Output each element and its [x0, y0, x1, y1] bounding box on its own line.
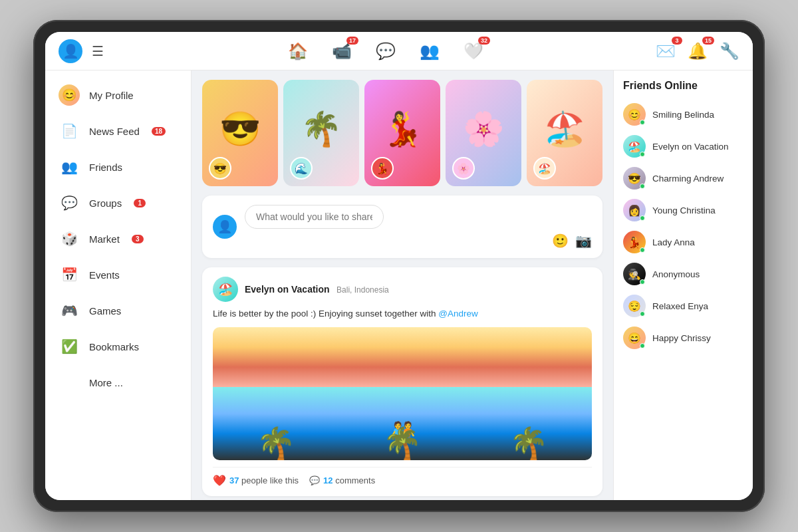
story-avatar-2: 🌊 [290, 157, 313, 180]
sidebar-label-more: More ... [89, 377, 123, 388]
palm-1: 🌴 [256, 428, 296, 460]
sidebar: 😊 My Profile 📄 News Feed 18 👥 Friends 💬 … [45, 70, 192, 500]
friend-name-2: Charming Andrew [652, 174, 724, 184]
friend-avatar-7: 😄 [623, 327, 646, 349]
like-count-1: 37 people like this [229, 475, 299, 485]
post-author-info-1: Evelyn on Vacation Bali, Indonesia [245, 283, 389, 295]
market-badge: 3 [132, 235, 144, 243]
bookmarks-icon: ✅ [59, 336, 80, 357]
camera-button[interactable]: 📷 [575, 233, 592, 249]
bell-nav-button[interactable]: 🔔 15 [688, 42, 708, 61]
friend-avatar-5: 🕵️ [623, 263, 646, 285]
sidebar-label-groups: Groups [89, 198, 122, 209]
online-dot-6 [640, 311, 645, 317]
stories-row: 😎 😎 🌴 🌊 💃 💃 🌸 🌸 [202, 80, 602, 186]
story-card-4[interactable]: 🌸 🌸 [446, 80, 521, 186]
friend-name-7: Happy Chrissy [652, 333, 711, 343]
video-nav-button[interactable]: 📹 17 [332, 42, 352, 61]
post-author-avatar-1: 🏖️ [213, 277, 238, 302]
sidebar-label-market: Market [89, 233, 120, 245]
compose-input[interactable] [245, 205, 384, 229]
sidebar-item-groups[interactable]: 💬 Groups 1 [45, 185, 191, 221]
friend-item-6[interactable]: 😌 Relaxed Enya [614, 290, 753, 322]
palm-2: 🌴 [382, 428, 422, 460]
friends-online-title: Friends Online [614, 80, 753, 98]
groups-icon: 💬 [59, 192, 80, 213]
online-dot-7 [640, 343, 645, 348]
sidebar-item-friends[interactable]: 👥 Friends [45, 149, 191, 185]
market-icon: 🎲 [59, 228, 80, 249]
sidebar-item-events[interactable]: 📅 Events [45, 257, 191, 293]
post-location-1: Bali, Indonesia [336, 285, 389, 295]
friend-avatar-6: 😌 [623, 295, 646, 317]
friend-avatar-4: 💃 [623, 231, 646, 253]
online-dot-4 [640, 247, 645, 253]
palm-3: 🌴 [509, 428, 549, 460]
sidebar-item-more[interactable]: More ... [45, 364, 191, 400]
hamburger-menu[interactable]: ☰ [92, 43, 104, 59]
friend-item-1[interactable]: 🏖️ Evelyn on Vacation [614, 130, 753, 162]
post-footer-1: ❤️ 37 people like this 💬 12 comments [213, 467, 592, 487]
story-card-1[interactable]: 😎 😎 [202, 80, 278, 186]
post-author-name-1: Evelyn on Vacation [245, 284, 330, 295]
people-nav-button[interactable]: 👥 [420, 42, 440, 61]
sidebar-item-news-feed[interactable]: 📄 News Feed 18 [45, 113, 191, 149]
settings-nav-button[interactable]: 🔧 [720, 42, 739, 61]
video-badge: 17 [346, 37, 358, 45]
friend-item-3[interactable]: 👩 Young Christina [614, 194, 753, 226]
compose-avatar: 👤 [213, 215, 237, 239]
emoji-button[interactable]: 🙂 [552, 233, 569, 249]
story-card-3[interactable]: 💃 💃 [364, 80, 440, 186]
tablet-frame: 👤 ☰ 🏠 📹 17 💬 👥 🤍 32 [33, 20, 765, 512]
online-dot-2 [640, 184, 645, 189]
top-navigation: 👤 ☰ 🏠 📹 17 💬 👥 🤍 32 [45, 32, 753, 70]
main-layout: 😊 My Profile 📄 News Feed 18 👥 Friends 💬 … [45, 70, 753, 500]
user-avatar[interactable]: 👤 [59, 39, 82, 63]
nav-left: 👤 ☰ [59, 39, 112, 63]
sidebar-label-bookmarks: Bookmarks [89, 341, 139, 352]
feed: 😎 😎 🌴 🌊 💃 💃 🌸 🌸 [192, 70, 613, 500]
nav-center: 🏠 📹 17 💬 👥 🤍 32 [112, 42, 660, 61]
bell-badge: 15 [702, 37, 714, 45]
story-avatar-3: 💃 [371, 157, 394, 180]
comment-count-1: 12 comments [323, 475, 375, 485]
online-dot-5 [640, 279, 645, 285]
friend-name-1: Evelyn on Vacation [652, 142, 729, 152]
story-card-2[interactable]: 🌴 🌊 [283, 80, 359, 186]
online-dot-1 [640, 152, 645, 157]
nav-right: ✉️ 3 🔔 15 🔧 [660, 42, 739, 61]
friend-item-2[interactable]: 😎 Charming Andrew [614, 162, 753, 194]
friend-item-7[interactable]: 😄 Happy Chrissy [614, 322, 753, 354]
story-card-5[interactable]: 🏖️ 🏖️ [527, 80, 602, 186]
post-mention-1[interactable]: @Andrew [438, 309, 477, 319]
right-panel: Friends Online 😊 Smiling Belinda 🏖️ Evel… [613, 70, 753, 500]
comment-icon-1: 💬 [309, 475, 320, 485]
friend-avatar-3: 👩 [623, 199, 646, 221]
news-feed-icon: 📄 [59, 120, 80, 142]
friend-item-0[interactable]: 😊 Smiling Belinda [614, 98, 753, 130]
online-dot-3 [640, 215, 645, 221]
tablet-screen: 👤 ☰ 🏠 📹 17 💬 👥 🤍 32 [45, 32, 753, 500]
sidebar-item-my-profile[interactable]: 😊 My Profile [45, 77, 191, 113]
post-card-evelyn: 🏖️ Evelyn on Vacation Bali, Indonesia Li… [202, 267, 602, 496]
post-header-1: 🏖️ Evelyn on Vacation Bali, Indonesia [213, 277, 592, 302]
post-like-action-1[interactable]: ❤️ 37 people like this [213, 474, 299, 487]
events-icon: 📅 [59, 264, 80, 285]
games-icon: 🎮 [59, 300, 80, 321]
likes-nav-button[interactable]: 🤍 32 [464, 42, 483, 61]
sidebar-item-market[interactable]: 🎲 Market 3 [45, 221, 191, 257]
mail-nav-button[interactable]: ✉️ 3 [656, 42, 676, 61]
sidebar-item-bookmarks[interactable]: ✅ Bookmarks [45, 329, 191, 364]
profile-avatar: 😊 [59, 84, 80, 106]
home-nav-button[interactable]: 🏠 [288, 42, 308, 61]
post-comment-action-1[interactable]: 💬 12 comments [309, 475, 375, 485]
friend-item-4[interactable]: 💃 Lady Anna [614, 226, 753, 258]
chat-nav-button[interactable]: 💬 [376, 42, 396, 61]
compose-actions: 🙂 📷 [245, 229, 592, 249]
sidebar-item-games[interactable]: 🎮 Games [45, 293, 191, 329]
sidebar-label-games: Games [89, 305, 121, 317]
mail-badge: 3 [672, 37, 682, 45]
likes-badge: 32 [478, 37, 490, 45]
sidebar-label-news-feed: News Feed [89, 126, 140, 137]
friend-item-5[interactable]: 🕵️ Anonymous [614, 258, 753, 290]
